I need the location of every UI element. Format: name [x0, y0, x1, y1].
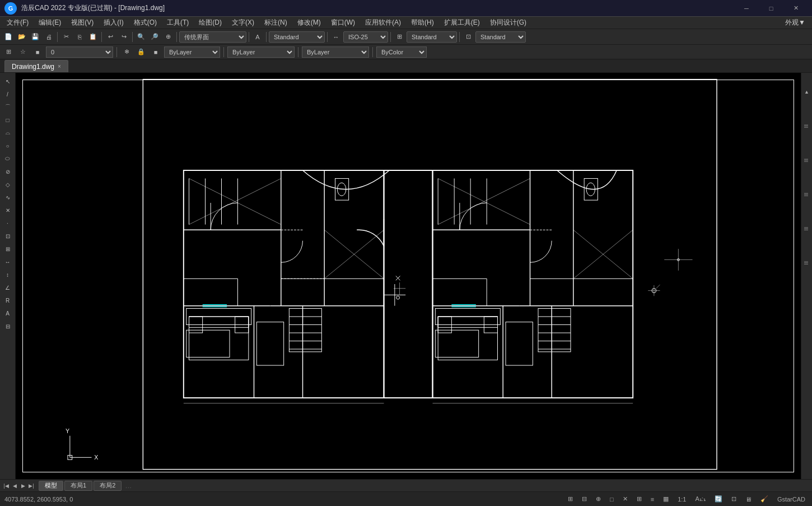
tb-undo[interactable]: ↩ [104, 31, 116, 43]
layer-color2-btn[interactable]: ■ [150, 46, 162, 58]
grid-btn[interactable]: ⊟ [580, 494, 589, 504]
tb-zoom-extent[interactable]: ⊕ [162, 31, 174, 43]
lt-attrib[interactable]: ⊞ [2, 243, 14, 255]
menu-draw[interactable]: 绘图(D) [194, 17, 226, 29]
restore-button[interactable]: □ [759, 2, 783, 15]
tb-std[interactable]: ⊡ [462, 31, 474, 43]
menu-extend[interactable]: 扩展工具(E) [440, 17, 484, 29]
rp-panel2[interactable]: ||| [802, 143, 811, 177]
lt-dim-v[interactable]: ↕ [2, 268, 14, 281]
rp-panel1[interactable]: ||| [802, 109, 811, 143]
tab-close-btn[interactable]: × [58, 63, 61, 69]
iso-select[interactable]: ISO-25 [343, 31, 388, 43]
menu-appsoft[interactable]: 应用软件(A) [361, 17, 405, 29]
tb-zoom-in[interactable]: 🔍 [135, 31, 147, 43]
tb-new[interactable]: 📄 [2, 31, 15, 43]
tb-dim[interactable]: ↔ [330, 31, 342, 43]
rp-collapse[interactable]: ▲ [802, 75, 811, 109]
lt-dim-a[interactable]: ∠ [2, 281, 14, 294]
menu-text[interactable]: 文字(X) [227, 17, 259, 29]
lt-dim-r[interactable]: R [2, 294, 14, 307]
layout2-tab[interactable]: 布局2 [94, 481, 122, 491]
tb-cut[interactable]: ✂ [60, 31, 72, 43]
color-select[interactable]: ByLayer [164, 47, 220, 58]
tab-nav-last[interactable]: ▶| [27, 482, 35, 490]
tb-open[interactable]: 📂 [16, 31, 28, 43]
tb-copy[interactable]: ⎘ [73, 31, 86, 43]
menu-file[interactable]: 文件(F) [2, 17, 33, 29]
zoom-btn[interactable]: 1:1 [675, 494, 688, 504]
std-select[interactable]: Standard [475, 31, 526, 43]
lt-rect[interactable]: □ [2, 114, 14, 126]
lt-spline[interactable]: ∿ [2, 191, 14, 203]
polar-btn[interactable]: □ [608, 494, 616, 504]
tb-redo[interactable]: ↪ [118, 31, 130, 43]
more-btn[interactable]: ⊡ [729, 494, 739, 504]
menu-dimension[interactable]: 标注(N) [260, 17, 292, 29]
lt-xline[interactable]: ✕ [2, 204, 14, 216]
menu-modify[interactable]: 修改(M) [293, 17, 325, 29]
layout1-tab[interactable]: 布局1 [64, 481, 92, 491]
workspace-select[interactable]: 传统界面 [179, 31, 246, 43]
menu-insert[interactable]: 插入(I) [99, 17, 128, 29]
osnap-btn[interactable]: ✕ [620, 494, 630, 504]
layer-freeze-btn[interactable]: ❄ [120, 46, 133, 58]
menu-format[interactable]: 格式(O) [129, 17, 161, 29]
lt-table[interactable]: ⊟ [2, 320, 14, 332]
plotstyle-select[interactable]: ByColor [376, 47, 427, 58]
dim-style-select[interactable]: Standard [407, 31, 457, 43]
lt-polyline[interactable]: ⌒ [2, 101, 14, 113]
lt-arc[interactable]: ⌓ [2, 127, 14, 139]
lt-point[interactable]: · [2, 217, 14, 229]
model-btn[interactable]: ▦ [661, 494, 671, 504]
layer-manager-btn[interactable]: ⊞ [2, 46, 15, 58]
lt-cursor[interactable]: ↖ [2, 75, 14, 87]
tb-dim2[interactable]: ⊞ [393, 31, 405, 43]
ortho-btn[interactable]: ⊕ [594, 494, 603, 504]
tab-nav-first[interactable]: |◀ [2, 482, 10, 490]
tb-zoom-out[interactable]: 🔎 [148, 31, 161, 43]
menu-appearance[interactable]: 外观▼ [781, 17, 810, 29]
model-tab[interactable]: 模型 [39, 481, 63, 491]
tab-nav-next[interactable]: ▶ [19, 482, 27, 490]
text-style-select[interactable]: Standard [269, 31, 325, 43]
menu-help[interactable]: 帮助(H) [407, 17, 438, 29]
layer-lock-btn[interactable]: 🔒 [135, 46, 147, 58]
tb-style[interactable]: A [251, 31, 264, 43]
otrack-btn[interactable]: ⊞ [634, 494, 644, 504]
lt-region[interactable]: ◇ [2, 178, 14, 191]
layer-props-btn[interactable]: ☆ [17, 46, 29, 58]
rp-panel5[interactable]: ||| [802, 246, 811, 280]
snap-btn[interactable]: ⊞ [566, 494, 575, 504]
annotate-scale-btn[interactable]: A₁:₁ [693, 494, 707, 504]
layer-color-btn[interactable]: ■ [31, 46, 44, 58]
drawing-tab[interactable]: Drawing1.dwg × [4, 60, 68, 72]
sync-btn[interactable]: 🔄 [712, 494, 725, 504]
lt-circle[interactable]: ○ [2, 140, 14, 152]
menu-window[interactable]: 窗口(W) [326, 17, 360, 29]
minimize-button[interactable]: ─ [735, 2, 758, 15]
menu-edit[interactable]: 编辑(E) [34, 17, 66, 29]
tb-print[interactable]: 🖨 [43, 31, 55, 43]
menu-collab[interactable]: 协同设计(G) [486, 17, 531, 29]
lt-text[interactable]: A [2, 307, 14, 319]
lt-line[interactable]: / [2, 88, 14, 100]
close-button[interactable]: ✕ [784, 2, 808, 15]
tab-nav-prev[interactable]: ◀ [11, 482, 18, 490]
rp-panel4[interactable]: ||| [802, 212, 811, 245]
lwt-btn[interactable]: ≡ [648, 494, 656, 504]
hw-accel-btn[interactable]: 🖥 [743, 494, 754, 504]
menu-tools[interactable]: 工具(T) [162, 17, 193, 29]
tb-save[interactable]: 💾 [29, 31, 41, 43]
layer-select[interactable]: 0 [46, 47, 113, 58]
lt-block[interactable]: ⊡ [2, 230, 14, 242]
rp-panel3[interactable]: ||| [802, 178, 811, 211]
menu-view[interactable]: 视图(V) [67, 17, 98, 29]
lineweight-select[interactable]: ByLayer [302, 47, 369, 58]
canvas-area[interactable]: Y X [16, 73, 801, 479]
clean-btn[interactable]: 🧹 [758, 494, 771, 504]
tb-paste[interactable]: 📋 [87, 31, 99, 43]
lt-ellipse[interactable]: ⬭ [2, 152, 14, 165]
lt-dim-h[interactable]: ↔ [2, 256, 14, 268]
linetype-select[interactable]: ByLayer [227, 47, 295, 58]
